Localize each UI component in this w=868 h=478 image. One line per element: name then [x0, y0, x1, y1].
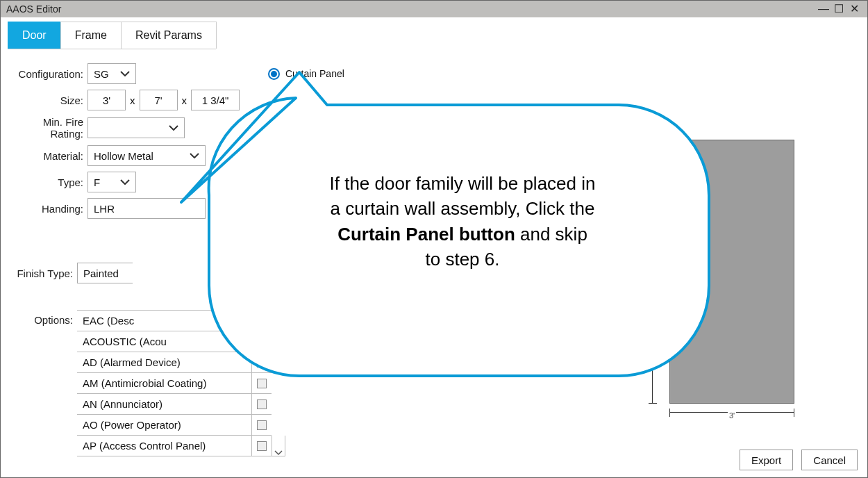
size-sep: x	[182, 94, 187, 106]
dimension-vertical	[652, 140, 653, 404]
size-height-value: 7'	[154, 94, 162, 106]
option-checkbox[interactable]	[252, 394, 272, 414]
fire-rating-select[interactable]	[87, 117, 185, 138]
list-item[interactable]: AN (Annunciator)	[77, 394, 272, 415]
size-thickness-value: 1 3/4"	[202, 94, 229, 106]
option-checkbox[interactable]	[252, 352, 272, 372]
tab-frame[interactable]: Frame	[60, 22, 122, 49]
size-height-input[interactable]: 7'	[140, 90, 178, 110]
size-thickness-input[interactable]: 1 3/4"	[191, 90, 240, 110]
handing-input[interactable]: LHR	[87, 198, 206, 219]
configuration-select[interactable]: SG	[87, 63, 136, 84]
cancel-button[interactable]: Cancel	[801, 450, 858, 470]
option-checkbox[interactable]	[252, 331, 272, 352]
type-value: F	[94, 176, 100, 188]
curtain-panel-label: Curtain Panel	[285, 68, 344, 79]
size-width-input[interactable]: 3'	[87, 90, 126, 110]
door-preview: 3'	[638, 140, 819, 425]
footer-buttons: Export Cancel	[740, 450, 858, 470]
option-text: EAC (Desc	[77, 311, 252, 331]
chevron-down-icon	[190, 153, 199, 158]
chevron-down-icon	[169, 125, 178, 131]
dimension-horizontal: 3'	[669, 412, 794, 421]
option-text: AN (Annunciator)	[77, 394, 252, 414]
option-checkbox[interactable]	[252, 436, 272, 456]
tab-revit-params[interactable]: Revit Params	[121, 22, 217, 49]
options-label: Options:	[8, 310, 77, 326]
option-checkbox[interactable]	[252, 373, 272, 393]
fire-rating-label: Min. Fire Rating:	[8, 116, 87, 140]
list-item[interactable]: AD (Alarmed Device)	[77, 352, 272, 373]
form-column: Configuration: SG Curtain Panel Size: 3'…	[8, 63, 424, 477]
finish-type-value: Painted	[83, 267, 119, 279]
door-graphic	[669, 140, 794, 404]
content-area: Configuration: SG Curtain Panel Size: 3'…	[1, 49, 867, 477]
chevron-down-icon	[120, 179, 130, 185]
dimension-width-label: 3'	[728, 411, 736, 420]
material-value: Hollow Metal	[94, 150, 153, 162]
option-checkbox[interactable]	[252, 311, 272, 331]
type-label: Type:	[8, 176, 87, 188]
window-title: AAOS Editor	[6, 3, 61, 15]
list-item[interactable]: AP (Access Control Panel)	[77, 436, 272, 456]
handing-label: Handing:	[8, 203, 87, 215]
size-width-value: 3'	[103, 94, 110, 106]
tabs: Door Frame Revit Params	[1, 22, 867, 49]
export-button[interactable]: Export	[740, 450, 793, 470]
list-item[interactable]: AO (Power Operator)	[77, 415, 272, 436]
tab-door[interactable]: Door	[8, 22, 61, 49]
material-select[interactable]: Hollow Metal	[87, 145, 206, 166]
chevron-down-icon	[274, 450, 283, 456]
option-text: AP (Access Control Panel)	[77, 436, 252, 456]
finish-type-select[interactable]: Painted	[77, 263, 133, 283]
curtain-panel-radio[interactable]: Curtain Panel	[268, 68, 344, 80]
finish-type-label: Finish Type:	[8, 267, 77, 279]
close-icon[interactable]: ✕	[846, 3, 862, 15]
size-sep: x	[130, 94, 135, 106]
configuration-label: Configuration:	[8, 68, 87, 80]
list-item[interactable]: AM (Antimicrobial Coating)	[77, 373, 272, 394]
chevron-down-icon	[120, 71, 130, 76]
minimize-icon[interactable]: —	[816, 3, 831, 15]
configuration-value: SG	[94, 68, 109, 80]
type-select[interactable]: F	[87, 172, 136, 192]
radio-icon	[268, 68, 280, 80]
title-bar: AAOS Editor — ☐ ✕	[1, 1, 867, 17]
app-window: AAOS Editor — ☐ ✕ Door Frame Revit Param…	[0, 0, 868, 478]
option-text: AD (Alarmed Device)	[77, 352, 252, 372]
material-label: Material:	[8, 150, 87, 162]
list-item[interactable]: ACOUSTIC (Acou	[77, 331, 272, 352]
option-checkbox[interactable]	[252, 415, 272, 435]
option-text: AM (Antimicrobial Coating)	[77, 373, 252, 393]
option-text: ACOUSTIC (Acou	[77, 331, 252, 352]
options-list: EAC (Desc ACOUSTIC (Acou AD (Alarmed Dev…	[77, 310, 272, 456]
option-text: AO (Power Operator)	[77, 415, 252, 435]
maximize-icon[interactable]: ☐	[831, 3, 846, 15]
size-label: Size:	[8, 94, 87, 106]
handing-value: LHR	[94, 203, 115, 215]
options-scroll-down[interactable]	[272, 436, 285, 456]
list-item[interactable]: EAC (Desc	[77, 311, 272, 331]
